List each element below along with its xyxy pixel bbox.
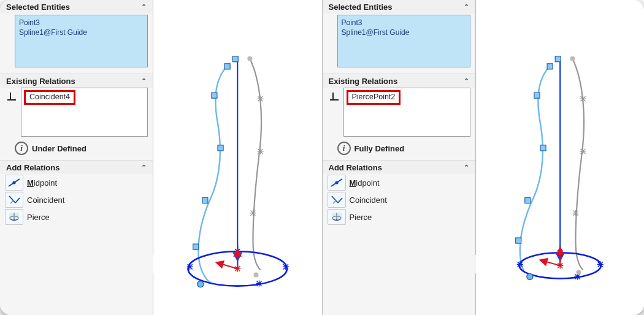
pierce-relation-icon (5, 209, 23, 225)
entity-item[interactable]: Point3 (342, 18, 466, 28)
svg-rect-63 (547, 64, 553, 69)
svg-rect-21 (202, 198, 208, 203)
svg-rect-20 (218, 145, 223, 151)
property-panel: Selected Entities ⌃ Point3 Spline1@First… (323, 0, 476, 315)
collapse-icon[interactable]: ⌃ (141, 164, 147, 172)
add-relation-coincident[interactable]: Coincident (328, 191, 470, 208)
add-relation-label: Midpoint (27, 178, 57, 188)
info-icon: i (15, 142, 28, 155)
add-relation-coincident[interactable]: Coincident (5, 191, 148, 208)
svg-rect-65 (540, 145, 545, 151)
svg-rect-62 (555, 56, 561, 62)
section-add-relations: Add Relations ⌃ Midpoint (323, 161, 475, 230)
section-existing-relations: Existing Relations ⌃ Coincident4 (0, 74, 153, 161)
relation-item[interactable]: PiercePoint2 (347, 90, 401, 105)
svg-rect-64 (534, 93, 539, 98)
add-relation-midpoint[interactable]: Midpoint (5, 174, 148, 191)
existing-relations-list[interactable]: Coincident4 (21, 88, 148, 137)
svg-point-1 (12, 181, 15, 184)
svg-rect-49 (332, 213, 342, 219)
collapse-icon[interactable]: ⌃ (464, 164, 469, 172)
perpendicular-relation-icon (5, 89, 18, 102)
add-relation-label: Coincident (350, 195, 387, 205)
property-panel: Selected Entities ⌃ Point3 Spline1@First… (0, 0, 153, 315)
section-title: Selected Entities (6, 2, 70, 12)
origin-triad-icon (218, 251, 240, 271)
spline-handle-icon (515, 56, 561, 243)
selected-entities-list[interactable]: Point3 Spline1@First Guide (337, 15, 470, 67)
perpendicular-relation-icon (328, 89, 341, 102)
spline-endpoint (570, 56, 575, 61)
collapse-icon[interactable]: ⌃ (141, 3, 147, 11)
definition-status: Under Defined (32, 144, 86, 153)
pierce-relation-icon (328, 209, 346, 225)
pane-left: Selected Entities ⌃ Point3 Spline1@First… (0, 0, 323, 315)
graphics-area[interactable] (153, 0, 322, 315)
relation-item[interactable]: Coincident4 (24, 90, 75, 105)
svg-line-40 (218, 263, 237, 268)
coincident-relation-icon (5, 192, 23, 208)
spline-handle-icon (193, 56, 239, 249)
entity-item[interactable]: Point3 (19, 18, 144, 28)
midpoint-relation-icon (5, 175, 23, 191)
section-title: Existing Relations (329, 77, 398, 86)
graphics-area[interactable] (476, 0, 645, 315)
gray-spline-endpoint (576, 270, 581, 275)
svg-rect-17 (232, 56, 238, 62)
info-icon: i (337, 142, 351, 155)
svg-rect-66 (524, 198, 530, 203)
add-relation-label: Midpoint (350, 178, 380, 188)
coincident-relation-icon (328, 192, 346, 208)
svg-rect-18 (224, 64, 230, 69)
svg-line-85 (542, 260, 560, 265)
sketch-view (476, 0, 645, 315)
pane-right: Selected Entities ⌃ Point3 Spline1@First… (323, 0, 645, 315)
spline-endpoint (197, 281, 204, 287)
svg-rect-19 (212, 93, 217, 98)
svg-rect-67 (515, 238, 521, 243)
section-selected-entities: Selected Entities ⌃ Point3 Spline1@First… (323, 0, 475, 74)
add-relation-pierce[interactable]: Pierce (328, 208, 470, 226)
gray-spline (572, 59, 584, 270)
existing-relations-list[interactable]: PiercePoint2 (343, 88, 470, 137)
section-title: Add Relations (329, 163, 382, 172)
add-relation-midpoint[interactable]: Midpoint (328, 174, 470, 191)
sketch-view (153, 0, 322, 315)
midpoint-relation-icon (328, 175, 346, 191)
section-title: Existing Relations (6, 77, 75, 86)
spline-endpoint (247, 56, 252, 61)
selected-entities-list[interactable]: Point3 Spline1@First Guide (15, 15, 148, 67)
collapse-icon[interactable]: ⌃ (464, 77, 469, 85)
gray-spline (250, 59, 261, 270)
section-existing-relations: Existing Relations ⌃ PiercePoint2 (323, 74, 475, 161)
add-relation-pierce[interactable]: Pierce (5, 208, 148, 226)
section-selected-entities: Selected Entities ⌃ Point3 Spline1@First… (0, 0, 153, 74)
section-add-relations: Add Relations ⌃ Midpoint (0, 161, 153, 230)
collapse-icon[interactable]: ⌃ (141, 77, 147, 85)
spline-endpoint (526, 273, 532, 279)
svg-rect-22 (193, 244, 199, 249)
add-relation-label: Pierce (350, 213, 372, 222)
entity-item[interactable]: Spline1@First Guide (342, 28, 466, 37)
add-relation-label: Pierce (27, 213, 50, 222)
svg-rect-4 (9, 213, 19, 219)
definition-status: Fully Defined (355, 144, 405, 153)
entity-item[interactable]: Spline1@First Guide (19, 28, 144, 37)
svg-point-46 (335, 181, 338, 184)
section-title: Add Relations (6, 163, 59, 172)
collapse-icon[interactable]: ⌃ (464, 3, 469, 11)
gray-spline-endpoint (253, 272, 258, 277)
add-relation-label: Coincident (27, 195, 64, 205)
section-title: Selected Entities (329, 2, 393, 12)
